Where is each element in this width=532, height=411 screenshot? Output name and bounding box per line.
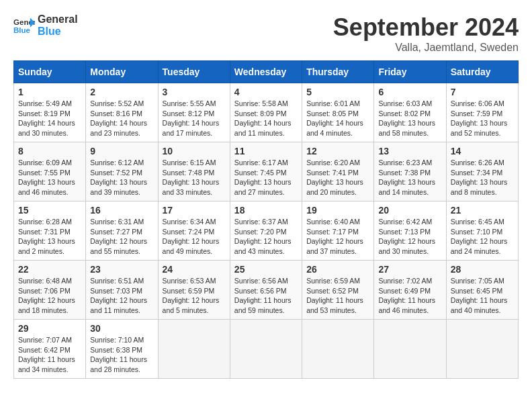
day-number: 10 [163,146,226,156]
day-number: 4 [234,87,298,97]
day-number: 3 [163,87,226,97]
day-number: 29 [18,323,81,334]
week-row-5: 29Sunrise: 7:07 AM Sunset: 6:42 PM Dayli… [14,320,519,379]
day-info: Sunrise: 7:10 AM Sunset: 6:38 PM Dayligh… [90,335,153,375]
day-cell: 4Sunrise: 5:58 AM Sunset: 8:09 PM Daylig… [230,83,302,142]
day-info: Sunrise: 6:56 AM Sunset: 6:56 PM Dayligh… [234,276,298,316]
day-number: 20 [378,205,441,216]
day-number: 18 [234,205,298,216]
day-number: 26 [306,264,369,275]
day-cell: 14Sunrise: 6:26 AM Sunset: 7:34 PM Dayli… [446,142,518,201]
day-number: 16 [90,205,153,216]
logo-general: General [38,13,78,26]
col-header-sunday: Sunday [14,61,86,83]
day-number: 22 [18,264,81,275]
svg-text:Blue: Blue [13,26,31,34]
day-cell: 21Sunrise: 6:45 AM Sunset: 7:10 PM Dayli… [446,201,518,261]
col-header-wednesday: Wednesday [230,61,302,83]
day-cell [158,320,230,379]
day-number: 7 [451,87,514,97]
title-block: September 2024 Valla, Jaemtland, Sweden [333,13,519,54]
day-info: Sunrise: 6:06 AM Sunset: 7:59 PM Dayligh… [451,99,514,138]
week-row-2: 8Sunrise: 6:09 AM Sunset: 7:55 PM Daylig… [14,142,519,201]
day-cell: 30Sunrise: 7:10 AM Sunset: 6:38 PM Dayli… [86,320,158,379]
week-row-4: 22Sunrise: 6:48 AM Sunset: 7:06 PM Dayli… [14,261,519,320]
day-info: Sunrise: 6:09 AM Sunset: 7:55 PM Dayligh… [18,158,81,197]
month-title: September 2024 [333,13,519,42]
day-info: Sunrise: 7:02 AM Sunset: 6:49 PM Dayligh… [378,276,441,316]
logo: General Blue General Blue [13,13,78,37]
day-info: Sunrise: 6:26 AM Sunset: 7:34 PM Dayligh… [451,158,514,197]
day-info: Sunrise: 6:40 AM Sunset: 7:17 PM Dayligh… [306,217,369,257]
day-info: Sunrise: 6:53 AM Sunset: 6:59 PM Dayligh… [163,276,226,316]
day-info: Sunrise: 6:45 AM Sunset: 7:10 PM Dayligh… [451,217,514,257]
day-number: 14 [451,146,514,156]
day-info: Sunrise: 6:23 AM Sunset: 7:38 PM Dayligh… [378,158,441,197]
day-cell [302,320,374,379]
day-number: 2 [90,87,153,97]
page-header: General Blue General Blue September 2024… [13,13,519,54]
day-info: Sunrise: 5:58 AM Sunset: 8:09 PM Dayligh… [234,99,298,138]
day-info: Sunrise: 6:01 AM Sunset: 8:05 PM Dayligh… [306,99,369,138]
day-cell: 27Sunrise: 7:02 AM Sunset: 6:49 PM Dayli… [374,261,446,320]
day-cell: 15Sunrise: 6:28 AM Sunset: 7:31 PM Dayli… [14,201,86,261]
day-cell [374,320,446,379]
day-cell: 3Sunrise: 5:55 AM Sunset: 8:12 PM Daylig… [158,83,230,142]
day-info: Sunrise: 6:12 AM Sunset: 7:52 PM Dayligh… [90,158,153,197]
col-header-tuesday: Tuesday [158,61,230,83]
day-info: Sunrise: 5:52 AM Sunset: 8:16 PM Dayligh… [90,99,153,138]
day-cell: 12Sunrise: 6:20 AM Sunset: 7:41 PM Dayli… [302,142,374,201]
day-cell: 10Sunrise: 6:15 AM Sunset: 7:48 PM Dayli… [158,142,230,201]
day-cell [446,320,518,379]
day-cell: 1Sunrise: 5:49 AM Sunset: 8:19 PM Daylig… [14,83,86,142]
header-row: SundayMondayTuesdayWednesdayThursdayFrid… [14,61,519,83]
day-info: Sunrise: 6:17 AM Sunset: 7:45 PM Dayligh… [234,158,298,197]
day-number: 30 [90,323,153,334]
calendar-table: SundayMondayTuesdayWednesdayThursdayFrid… [13,60,519,379]
day-cell: 28Sunrise: 7:05 AM Sunset: 6:45 PM Dayli… [446,261,518,320]
col-header-saturday: Saturday [446,61,518,83]
day-number: 9 [90,146,153,156]
location: Valla, Jaemtland, Sweden [333,42,519,54]
day-info: Sunrise: 6:37 AM Sunset: 7:20 PM Dayligh… [234,217,298,257]
day-cell [230,320,302,379]
day-cell: 19Sunrise: 6:40 AM Sunset: 7:17 PM Dayli… [302,201,374,261]
day-number: 24 [163,264,226,275]
day-cell: 24Sunrise: 6:53 AM Sunset: 6:59 PM Dayli… [158,261,230,320]
day-number: 1 [18,87,81,97]
day-number: 8 [18,146,81,156]
day-number: 11 [234,146,298,156]
day-number: 19 [306,205,369,216]
day-info: Sunrise: 7:07 AM Sunset: 6:42 PM Dayligh… [18,335,81,375]
day-cell: 29Sunrise: 7:07 AM Sunset: 6:42 PM Dayli… [14,320,86,379]
day-number: 17 [163,205,226,216]
day-info: Sunrise: 6:03 AM Sunset: 8:02 PM Dayligh… [378,99,441,138]
day-number: 6 [378,87,441,97]
day-info: Sunrise: 6:59 AM Sunset: 6:52 PM Dayligh… [306,276,369,316]
day-cell: 16Sunrise: 6:31 AM Sunset: 7:27 PM Dayli… [86,201,158,261]
day-cell: 7Sunrise: 6:06 AM Sunset: 7:59 PM Daylig… [446,83,518,142]
day-info: Sunrise: 5:55 AM Sunset: 8:12 PM Dayligh… [163,99,226,138]
logo-icon: General Blue [13,16,35,35]
day-cell: 23Sunrise: 6:51 AM Sunset: 7:03 PM Dayli… [86,261,158,320]
col-header-monday: Monday [86,61,158,83]
day-cell: 17Sunrise: 6:34 AM Sunset: 7:24 PM Dayli… [158,201,230,261]
day-info: Sunrise: 6:28 AM Sunset: 7:31 PM Dayligh… [18,217,81,257]
day-info: Sunrise: 7:05 AM Sunset: 6:45 PM Dayligh… [451,276,514,316]
day-cell: 22Sunrise: 6:48 AM Sunset: 7:06 PM Dayli… [14,261,86,320]
day-number: 13 [378,146,441,156]
day-number: 28 [451,264,514,275]
day-cell: 18Sunrise: 6:37 AM Sunset: 7:20 PM Dayli… [230,201,302,261]
day-number: 27 [378,264,441,275]
week-row-1: 1Sunrise: 5:49 AM Sunset: 8:19 PM Daylig… [14,83,519,142]
day-info: Sunrise: 6:48 AM Sunset: 7:06 PM Dayligh… [18,276,81,316]
week-row-3: 15Sunrise: 6:28 AM Sunset: 7:31 PM Dayli… [14,201,519,261]
day-number: 5 [306,87,369,97]
day-number: 15 [18,205,81,216]
day-cell: 26Sunrise: 6:59 AM Sunset: 6:52 PM Dayli… [302,261,374,320]
day-info: Sunrise: 6:31 AM Sunset: 7:27 PM Dayligh… [90,217,153,257]
day-number: 12 [306,146,369,156]
day-cell: 20Sunrise: 6:42 AM Sunset: 7:13 PM Dayli… [374,201,446,261]
logo-blue: Blue [38,26,78,38]
day-cell: 5Sunrise: 6:01 AM Sunset: 8:05 PM Daylig… [302,83,374,142]
